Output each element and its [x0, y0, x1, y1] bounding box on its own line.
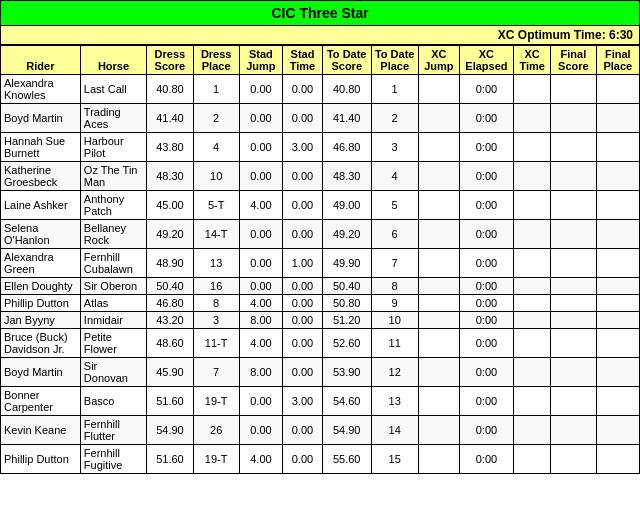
- cell-final-place: [596, 445, 640, 474]
- cell-stad-jump: 0.00: [239, 278, 282, 295]
- table-row: Phillip DuttonFernhill Fugitive51.6019-T…: [1, 445, 640, 474]
- cell-to-date-score: 49.00: [322, 191, 371, 220]
- cell-horse: Last Call: [80, 75, 146, 104]
- cell-xc-time: [513, 416, 550, 445]
- cell-stad-jump: 0.00: [239, 387, 282, 416]
- competition-title: CIC Three Star: [271, 5, 368, 21]
- cell-stad-jump: 8.00: [239, 358, 282, 387]
- cell-xc-elapsed: 0:00: [459, 191, 513, 220]
- cell-dress-score: 48.30: [147, 162, 194, 191]
- cell-horse: Anthony Patch: [80, 191, 146, 220]
- cell-rider: Bruce (Buck) Davidson Jr.: [1, 329, 81, 358]
- cell-xc-jump: [418, 104, 459, 133]
- cell-final-place: [596, 220, 640, 249]
- cell-stad-time: 0.00: [283, 104, 323, 133]
- cell-stad-jump: 4.00: [239, 295, 282, 312]
- cell-to-date-place: 9: [371, 295, 418, 312]
- table-row: Katherine GroesbeckOz The Tin Man48.3010…: [1, 162, 640, 191]
- results-table: Rider Horse Dress Score Dress Place Stad…: [0, 45, 640, 474]
- table-row: Boyd MartinSir Donovan45.9078.000.0053.9…: [1, 358, 640, 387]
- cell-dress-place: 16: [193, 278, 239, 295]
- cell-dress-score: 51.60: [147, 445, 194, 474]
- cell-final-score: [551, 329, 596, 358]
- cell-xc-elapsed: 0:00: [459, 220, 513, 249]
- cell-dress-place: 4: [193, 133, 239, 162]
- table-row: Hannah Sue BurnettHarbour Pilot43.8040.0…: [1, 133, 640, 162]
- cell-dress-score: 48.90: [147, 249, 194, 278]
- cell-xc-elapsed: 0:00: [459, 387, 513, 416]
- cell-dress-score: 40.80: [147, 75, 194, 104]
- cell-rider: Hannah Sue Burnett: [1, 133, 81, 162]
- cell-xc-time: [513, 75, 550, 104]
- cell-xc-time: [513, 387, 550, 416]
- cell-dress-score: 43.20: [147, 312, 194, 329]
- table-row: Jan ByynyInmidair43.2038.000.0051.20100:…: [1, 312, 640, 329]
- cell-final-place: [596, 295, 640, 312]
- cell-final-score: [551, 387, 596, 416]
- table-row: Bonner CarpenterBasco51.6019-T0.003.0054…: [1, 387, 640, 416]
- cell-to-date-score: 53.90: [322, 358, 371, 387]
- table-row: Laine AshkerAnthony Patch45.005-T4.000.0…: [1, 191, 640, 220]
- cell-to-date-place: 11: [371, 329, 418, 358]
- cell-rider: Katherine Groesbeck: [1, 162, 81, 191]
- cell-horse: Sir Donovan: [80, 358, 146, 387]
- cell-xc-jump: [418, 75, 459, 104]
- cell-xc-jump: [418, 329, 459, 358]
- cell-final-score: [551, 358, 596, 387]
- cell-xc-jump: [418, 278, 459, 295]
- cell-stad-time: 0.00: [283, 445, 323, 474]
- cell-stad-time: 0.00: [283, 312, 323, 329]
- col-header-xc-time: XC Time: [513, 46, 550, 75]
- cell-xc-time: [513, 312, 550, 329]
- cell-to-date-score: 51.20: [322, 312, 371, 329]
- cell-stad-time: 0.00: [283, 278, 323, 295]
- cell-to-date-place: 6: [371, 220, 418, 249]
- cell-to-date-score: 50.40: [322, 278, 371, 295]
- col-header-stad-jump: Stad Jump: [239, 46, 282, 75]
- cell-final-score: [551, 75, 596, 104]
- cell-xc-time: [513, 162, 550, 191]
- col-header-stad-time: Stad Time: [283, 46, 323, 75]
- table-row: Selena O'HanlonBellaney Rock49.2014-T0.0…: [1, 220, 640, 249]
- cell-final-place: [596, 162, 640, 191]
- cell-dress-place: 10: [193, 162, 239, 191]
- cell-to-date-score: 48.30: [322, 162, 371, 191]
- cell-dress-score: 51.60: [147, 387, 194, 416]
- cell-to-date-score: 54.60: [322, 387, 371, 416]
- cell-final-place: [596, 75, 640, 104]
- cell-dress-score: 49.20: [147, 220, 194, 249]
- cell-rider: Boyd Martin: [1, 104, 81, 133]
- cell-xc-elapsed: 0:00: [459, 329, 513, 358]
- cell-final-score: [551, 220, 596, 249]
- cell-dress-score: 48.60: [147, 329, 194, 358]
- table-row: Kevin KeaneFernhill Flutter54.90260.000.…: [1, 416, 640, 445]
- col-header-xc-jump: XC Jump: [418, 46, 459, 75]
- cell-stad-time: 0.00: [283, 191, 323, 220]
- cell-xc-elapsed: 0:00: [459, 75, 513, 104]
- cell-xc-time: [513, 191, 550, 220]
- cell-stad-time: 0.00: [283, 295, 323, 312]
- cell-xc-time: [513, 278, 550, 295]
- cell-rider: Phillip Dutton: [1, 445, 81, 474]
- cell-stad-jump: 0.00: [239, 416, 282, 445]
- cell-rider: Alexandra Green: [1, 249, 81, 278]
- cell-horse: Atlas: [80, 295, 146, 312]
- cell-to-date-score: 49.90: [322, 249, 371, 278]
- cell-to-date-place: 13: [371, 387, 418, 416]
- cell-stad-jump: 0.00: [239, 104, 282, 133]
- cell-horse: Fernhill Flutter: [80, 416, 146, 445]
- cell-xc-jump: [418, 358, 459, 387]
- cell-xc-jump: [418, 162, 459, 191]
- cell-stad-jump: 0.00: [239, 220, 282, 249]
- cell-horse: Fernhill Fugitive: [80, 445, 146, 474]
- cell-horse: Inmidair: [80, 312, 146, 329]
- cell-to-date-score: 49.20: [322, 220, 371, 249]
- cell-to-date-score: 46.80: [322, 133, 371, 162]
- cell-xc-time: [513, 220, 550, 249]
- cell-xc-elapsed: 0:00: [459, 312, 513, 329]
- cell-dress-place: 5-T: [193, 191, 239, 220]
- cell-dress-score: 43.80: [147, 133, 194, 162]
- cell-xc-jump: [418, 295, 459, 312]
- cell-rider: Laine Ashker: [1, 191, 81, 220]
- cell-final-score: [551, 278, 596, 295]
